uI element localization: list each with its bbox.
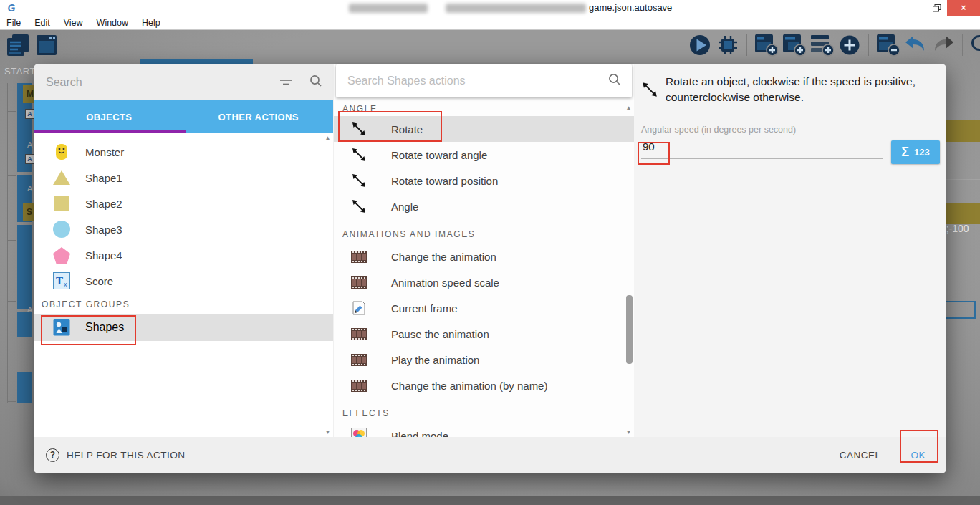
search-icon[interactable] <box>969 33 980 57</box>
event-code-fragment: );-100 <box>943 223 969 234</box>
rotate-icon <box>350 147 368 163</box>
film-icon <box>350 251 368 263</box>
cancel-button[interactable]: CANCEL <box>840 450 881 461</box>
object-row-shape4[interactable]: Shape4 <box>34 242 333 268</box>
blend-icon <box>350 428 368 437</box>
scene-edit-icon[interactable] <box>34 33 59 57</box>
add-subevent-icon[interactable] <box>782 33 806 57</box>
object-row-score[interactable]: TxScore <box>34 268 333 294</box>
actions-scroll-thumb[interactable] <box>626 295 633 364</box>
objects-scrollbar[interactable]: ▲▼ <box>323 135 332 436</box>
rotate-icon <box>641 74 658 106</box>
expression-editor-button[interactable]: Σ 123 <box>891 140 940 164</box>
action-row-pause-the-animation[interactable]: Pause the animation <box>334 321 634 347</box>
menu-help[interactable]: Help <box>142 18 160 28</box>
menu-file[interactable]: File <box>6 18 21 28</box>
dialog-footer: ? HELP FOR THIS ACTION CANCEL OK <box>34 437 946 473</box>
tab-other-actions[interactable]: OTHER ACTIONS <box>184 100 334 133</box>
event-text-fragment: A <box>27 140 32 149</box>
close-button[interactable]: × <box>947 0 980 16</box>
object-row-shape3[interactable]: Shape3 <box>34 216 333 242</box>
events-tick <box>7 240 16 241</box>
action-label: Blend mode <box>391 430 448 438</box>
search-icon <box>607 72 622 90</box>
scroll-down-icon[interactable]: ▼ <box>626 429 632 436</box>
debugger-icon[interactable] <box>716 33 740 57</box>
action-row-current-frame[interactable]: Current frame <box>334 295 634 321</box>
object-label: Shape4 <box>85 249 123 261</box>
section-header-angle: ANGLE <box>334 103 634 115</box>
action-icon-fragment: A <box>25 109 34 119</box>
event-group-letter: M <box>27 89 34 99</box>
action-row-rotate[interactable]: Rotate <box>334 116 634 142</box>
object-row-shape2[interactable]: Shape2 <box>34 191 333 216</box>
action-row-change-the-animation[interactable]: Change the animation <box>334 244 634 269</box>
event-selected-field <box>944 301 976 319</box>
actions-scrollbar[interactable]: ▲▼ <box>624 105 633 436</box>
group-icon <box>52 319 71 336</box>
film-icon <box>350 276 368 289</box>
minimize-button[interactable]: – <box>904 0 926 16</box>
project-manager-icon[interactable] <box>6 33 30 57</box>
group-row-shapes[interactable]: Shapes <box>34 314 333 341</box>
actions-search-input[interactable] <box>347 74 607 87</box>
menu-view[interactable]: View <box>64 18 83 28</box>
object-row-shape1[interactable]: Shape1 <box>34 165 333 191</box>
add-circle-icon[interactable] <box>837 33 862 57</box>
action-label: Pause the animation <box>391 328 489 340</box>
toolbar-separator <box>868 34 869 56</box>
action-row-rotate-toward-angle[interactable]: Rotate toward angle <box>334 142 634 168</box>
preview-play-icon[interactable] <box>688 33 712 57</box>
action-icon-fragment: A <box>25 154 34 164</box>
event-divider <box>946 153 980 153</box>
angular-speed-input[interactable] <box>641 136 883 158</box>
object-label: Monster <box>85 146 124 158</box>
actions-search-bar <box>336 64 632 97</box>
title-bar: G game.json.autosave – × <box>0 0 980 16</box>
expression-123-label: 123 <box>914 147 930 158</box>
filter-icon[interactable] <box>279 77 293 87</box>
restore-button[interactable] <box>927 0 947 16</box>
action-row-rotate-toward-position[interactable]: Rotate toward position <box>334 168 634 193</box>
menu-window[interactable]: Window <box>97 18 128 28</box>
object-label: Shape2 <box>85 198 123 210</box>
ok-button[interactable]: OK <box>911 450 926 461</box>
object-row-monster[interactable]: Monster <box>34 139 333 165</box>
menu-edit[interactable]: Edit <box>34 18 50 28</box>
scroll-up-icon[interactable]: ▲ <box>325 135 331 141</box>
objects-search-input[interactable] <box>46 76 279 89</box>
action-row-change-the-animation-by-name-[interactable]: Change the animation (by name) <box>334 372 634 398</box>
help-button[interactable]: ? HELP FOR THIS ACTION <box>46 448 186 462</box>
action-label: Current frame <box>391 302 458 314</box>
redacted-title-segment <box>349 4 428 13</box>
bottom-status-strip <box>0 496 980 505</box>
pentagon-icon <box>52 246 71 264</box>
film-icon <box>350 328 368 340</box>
event-group-bar <box>946 120 980 142</box>
action-row-angle[interactable]: Angle <box>334 193 634 219</box>
redo-icon[interactable] <box>931 33 956 57</box>
event-text-fragment: A <box>27 184 32 193</box>
parameter-field <box>641 136 883 159</box>
undo-icon[interactable] <box>903 33 928 57</box>
action-label: Rotate toward position <box>391 175 498 187</box>
action-row-animation-speed-scale[interactable]: Animation speed scale <box>334 269 634 295</box>
action-label: Change the animation <box>391 251 496 263</box>
scroll-up-icon[interactable]: ▲ <box>626 105 632 111</box>
instruction-editor-dialog: OBJECTSOTHER ACTIONS MonsterShape1Shape2… <box>34 64 946 473</box>
add-event-icon[interactable] <box>754 33 778 57</box>
add-comment-icon[interactable] <box>810 33 834 57</box>
event-divider <box>946 179 980 180</box>
events-tick <box>7 111 16 112</box>
tab-objects[interactable]: OBJECTS <box>34 100 184 133</box>
objects-tabs: OBJECTSOTHER ACTIONS <box>34 100 333 133</box>
scroll-down-icon[interactable]: ▼ <box>325 429 331 436</box>
event-condition-bar <box>17 372 32 403</box>
textobj-icon: Tx <box>52 272 71 289</box>
events-margin-line <box>7 83 8 403</box>
delete-event-icon[interactable] <box>875 33 900 57</box>
rotate-icon <box>350 198 368 214</box>
parameter-label: Angular speed (in degrees per second) <box>641 125 946 135</box>
action-row-blend-mode[interactable]: Blend mode <box>334 423 634 437</box>
action-row-play-the-animation[interactable]: Play the animation <box>334 347 634 372</box>
